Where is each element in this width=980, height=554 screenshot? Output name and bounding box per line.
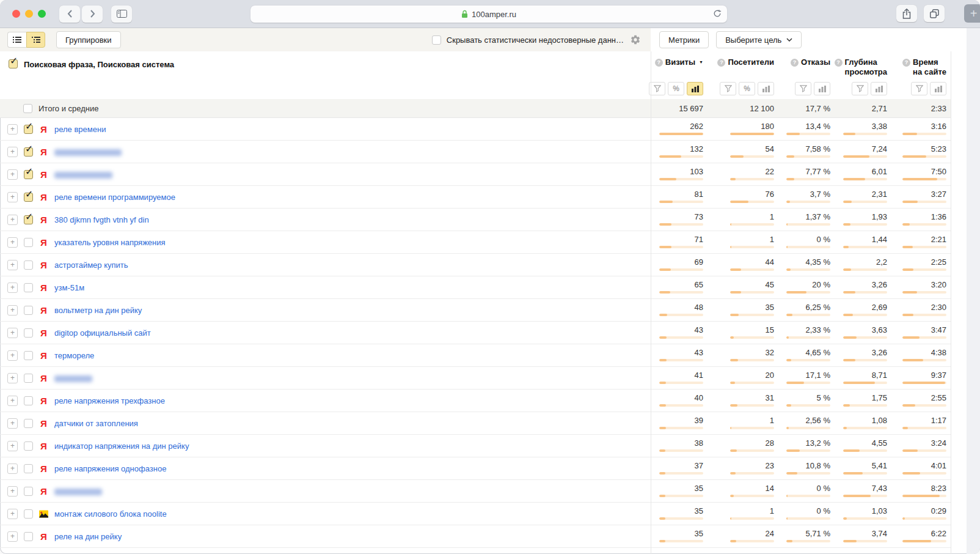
forward-button[interactable] <box>82 6 103 23</box>
row-checkbox[interactable] <box>24 532 33 541</box>
search-phrase-link[interactable]: реле на дин рейку <box>54 532 122 541</box>
expand-row-button[interactable] <box>7 350 18 361</box>
row-checkbox[interactable] <box>24 306 33 315</box>
filter-funnel-button[interactable] <box>852 82 868 95</box>
search-phrase-link[interactable]: монтаж силового блока noolite <box>54 509 167 519</box>
column-label[interactable]: Отказы <box>801 57 830 67</box>
bars-toggle-button[interactable] <box>930 82 946 95</box>
search-phrase-link[interactable]: digitop официальный сайт <box>54 328 151 338</box>
share-button[interactable] <box>896 5 917 22</box>
metrics-button[interactable]: Метрики <box>659 31 709 48</box>
column-label[interactable]: Визиты <box>665 57 695 67</box>
row-checkbox[interactable] <box>24 509 33 519</box>
row-checkbox[interactable] <box>24 419 33 428</box>
sidebar-toggle-button[interactable] <box>111 6 132 23</box>
expand-row-button[interactable] <box>7 328 18 338</box>
bars-toggle-button[interactable] <box>758 82 774 95</box>
search-phrase-link[interactable]: указатель уровня напряжения <box>54 238 166 247</box>
search-phrase-link[interactable]: вольтметр на дин рейку <box>54 306 142 315</box>
expand-row-button[interactable] <box>7 396 18 406</box>
help-icon[interactable] <box>902 59 910 67</box>
row-checkbox[interactable] <box>24 215 33 224</box>
expand-row-button[interactable] <box>7 509 18 519</box>
expand-row-button[interactable] <box>7 283 18 293</box>
row-checkbox[interactable] <box>24 487 33 496</box>
filter-funnel-button[interactable] <box>795 82 811 95</box>
minimize-window-button[interactable] <box>25 10 33 18</box>
bars-toggle-button[interactable] <box>871 82 887 95</box>
help-icon[interactable] <box>835 59 843 67</box>
search-phrase-link[interactable]: реле времени <box>54 125 106 134</box>
search-phrase-link[interactable] <box>54 487 102 496</box>
row-checkbox[interactable] <box>24 351 33 360</box>
new-tab-button[interactable]: + <box>964 4 980 23</box>
expand-row-button[interactable] <box>7 169 18 180</box>
search-phrase-link[interactable]: реле напряжения однофазное <box>54 464 166 473</box>
filter-funnel-button[interactable] <box>649 82 665 95</box>
scrollbar-track[interactable] <box>967 28 980 554</box>
search-phrase-link[interactable]: узм-51м <box>54 283 84 292</box>
row-checkbox[interactable] <box>24 328 33 338</box>
expand-row-button[interactable] <box>7 192 18 202</box>
help-icon[interactable] <box>791 59 799 67</box>
row-checkbox[interactable] <box>24 283 33 292</box>
zoom-window-button[interactable] <box>38 10 46 18</box>
back-button[interactable] <box>59 6 80 23</box>
close-window-button[interactable] <box>12 10 20 18</box>
percent-toggle-button[interactable] <box>739 82 755 95</box>
list-view-button[interactable] <box>7 32 26 48</box>
row-checkbox[interactable] <box>24 374 33 383</box>
row-checkbox[interactable] <box>24 147 33 157</box>
row-checkbox[interactable] <box>24 260 33 270</box>
hide-unreliable-checkbox[interactable]: Скрывать статистически недостоверные дан… <box>432 35 624 45</box>
help-icon[interactable] <box>655 59 663 67</box>
settings-gear-icon[interactable] <box>630 34 641 45</box>
search-phrase-link[interactable]: 380 djkmn fvgth vtnh yf din <box>54 215 149 224</box>
row-checkbox[interactable] <box>24 396 33 405</box>
search-phrase-link[interactable] <box>54 170 112 179</box>
bars-toggle-button[interactable] <box>687 82 703 95</box>
hide-unreliable-checkbox-box[interactable] <box>432 35 441 45</box>
tree-view-button[interactable] <box>26 32 45 48</box>
search-phrase-link[interactable]: термореле <box>54 351 94 360</box>
row-checkbox[interactable] <box>24 441 33 451</box>
search-phrase-link[interactable]: датчики от затопления <box>54 419 138 428</box>
search-phrase-link[interactable]: астротаймер купить <box>54 260 128 270</box>
expand-row-button[interactable] <box>7 418 18 429</box>
row-checkbox[interactable] <box>24 464 33 473</box>
expand-row-button[interactable] <box>7 441 18 451</box>
search-phrase-link[interactable] <box>54 147 122 157</box>
search-phrase-link[interactable] <box>54 374 92 383</box>
filter-funnel-button[interactable] <box>911 82 927 95</box>
expand-row-button[interactable] <box>7 531 18 542</box>
expand-row-button[interactable] <box>7 215 18 225</box>
select-all-checkbox[interactable] <box>9 59 18 68</box>
row-checkbox[interactable] <box>24 125 33 134</box>
groupings-button[interactable]: Группировки <box>56 31 121 48</box>
column-label[interactable]: Глубина <box>845 57 877 67</box>
column-label[interactable]: Посетители <box>728 57 774 67</box>
expand-row-button[interactable] <box>7 260 18 270</box>
expand-row-button[interactable] <box>7 486 18 497</box>
address-bar[interactable]: 100amper.ru <box>250 6 727 23</box>
expand-row-button[interactable] <box>7 305 18 316</box>
totals-checkbox[interactable] <box>23 104 32 113</box>
expand-row-button[interactable] <box>7 124 18 135</box>
row-checkbox[interactable] <box>24 238 33 247</box>
expand-row-button[interactable] <box>7 373 18 383</box>
filter-funnel-button[interactable] <box>720 82 736 95</box>
expand-row-button[interactable] <box>7 464 18 474</box>
expand-row-button[interactable] <box>7 237 18 248</box>
search-phrase-link[interactable]: реле напряжения трехфазное <box>54 396 165 405</box>
tabs-overview-button[interactable] <box>924 5 945 22</box>
select-goal-button[interactable]: Выберите цель <box>716 31 802 48</box>
help-icon[interactable] <box>717 59 725 67</box>
bars-toggle-button[interactable] <box>814 82 830 95</box>
row-checkbox[interactable] <box>24 193 33 202</box>
search-phrase-link[interactable]: индикатор напряжения на дин рейку <box>54 441 189 451</box>
search-phrase-link[interactable]: реле времени программируемое <box>54 193 175 202</box>
expand-row-button[interactable] <box>7 147 18 157</box>
column-label[interactable]: Время <box>913 57 938 67</box>
percent-toggle-button[interactable] <box>668 82 684 95</box>
refresh-button[interactable] <box>713 9 722 18</box>
